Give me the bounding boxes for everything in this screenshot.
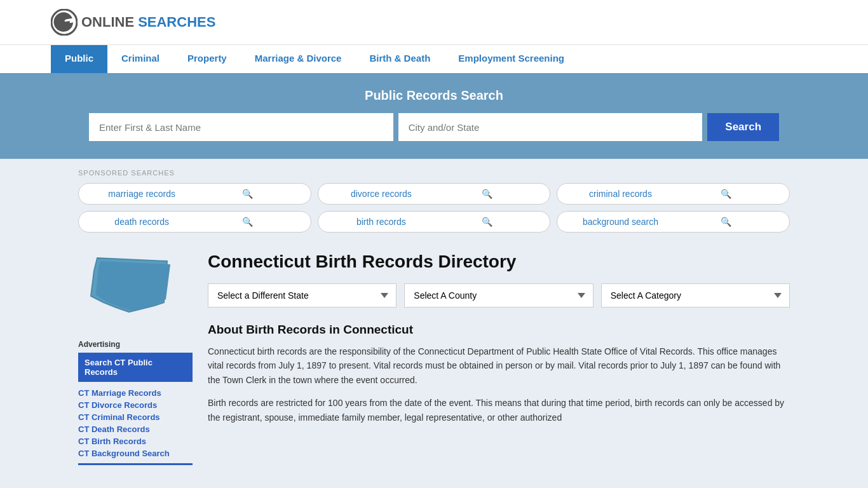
nav-bar: Public Criminal Property Marriage & Divo… (0, 44, 868, 73)
sponsored-item-label: death records (89, 217, 194, 227)
sponsored-grid: marriage records 🔍 divorce records 🔍 cri… (78, 183, 790, 233)
nav-item-marriage-divorce[interactable]: Marriage & Divorce (241, 45, 356, 73)
sponsored-item-marriage[interactable]: marriage records 🔍 (78, 183, 311, 205)
sponsored-item-label: criminal records (567, 189, 673, 199)
page-title: Connecticut Birth Records Directory (208, 252, 790, 272)
nav-item-criminal[interactable]: Criminal (107, 45, 173, 73)
search-location-input[interactable] (398, 113, 703, 141)
sponsored-label: SPONSORED SEARCHES (78, 169, 790, 177)
logo-text-online: ONLINE (81, 14, 134, 30)
logo: G ONLINE SEARCHES (51, 9, 215, 36)
sponsored-item-background[interactable]: background search 🔍 (557, 211, 790, 233)
logo-icon: G (51, 9, 78, 36)
sponsored-item-divorce[interactable]: divorce records 🔍 (318, 183, 551, 205)
search-button[interactable]: Search (707, 113, 779, 141)
about-paragraph-1: Connecticut birth records are the respon… (208, 344, 790, 387)
sidebar-border-accent (78, 463, 193, 465)
sponsored-item-birth[interactable]: birth records 🔍 (318, 211, 551, 233)
nav-item-employment[interactable]: Employment Screening (444, 45, 578, 73)
search-icon: 🔍 (674, 189, 779, 199)
sponsored-item-label: divorce records (329, 189, 434, 199)
sidebar-link-birth[interactable]: CT Birth Records (78, 437, 193, 446)
sidebar-link-death[interactable]: CT Death Records (78, 424, 193, 434)
nav-item-birth-death[interactable]: Birth & Death (355, 45, 444, 73)
logo-text-searches: SEARCHES (138, 14, 215, 30)
search-form: Search (89, 113, 779, 141)
state-dropdown[interactable]: Select a Different State (208, 283, 397, 308)
sponsored-item-criminal[interactable]: criminal records 🔍 (557, 183, 790, 205)
search-icon: 🔍 (194, 217, 300, 227)
right-content: Connecticut Birth Records Directory Sele… (208, 252, 790, 465)
left-sidebar: Advertising Search CT Public Records CT … (78, 252, 193, 465)
sponsored-item-label: background search (567, 217, 673, 227)
search-icon: 🔍 (434, 189, 539, 199)
dropdowns: Select a Different State Select A County… (208, 283, 790, 308)
search-name-input[interactable] (89, 113, 393, 141)
svg-text:G: G (58, 16, 67, 29)
sidebar-link-background[interactable]: CT Background Search (78, 449, 193, 458)
about-paragraph-2: Birth records are restricted for 100 yea… (208, 396, 790, 424)
sidebar-link-marriage[interactable]: CT Marriage Records (78, 388, 193, 398)
ct-state-map (78, 252, 180, 328)
search-icon: 🔍 (434, 217, 539, 227)
advertising-label: Advertising (78, 340, 193, 349)
search-icon: 🔍 (674, 217, 779, 227)
nav-item-property[interactable]: Property (173, 45, 241, 73)
nav-item-public[interactable]: Public (51, 45, 107, 73)
sidebar-link-criminal[interactable]: CT Criminal Records (78, 412, 193, 422)
sponsored-item-label: marriage records (89, 189, 194, 199)
sidebar-link-divorce[interactable]: CT Divorce Records (78, 400, 193, 410)
content-section: Advertising Search CT Public Records CT … (78, 252, 790, 465)
sponsored-item-label: birth records (329, 217, 434, 227)
category-dropdown[interactable]: Select A Category (601, 283, 790, 308)
ad-box[interactable]: Search CT Public Records (78, 353, 193, 382)
sponsored-section: SPONSORED SEARCHES marriage records 🔍 di… (78, 159, 790, 239)
banner-title: Public Records Search (89, 88, 779, 103)
main-content: SPONSORED SEARCHES marriage records 🔍 di… (53, 159, 815, 465)
search-icon: 🔍 (194, 189, 300, 199)
sponsored-item-death[interactable]: death records 🔍 (78, 211, 311, 233)
county-dropdown[interactable]: Select A County (404, 283, 593, 308)
search-banner: Public Records Search Search (0, 73, 868, 159)
about-title: About Birth Records in Connecticut (208, 323, 790, 337)
